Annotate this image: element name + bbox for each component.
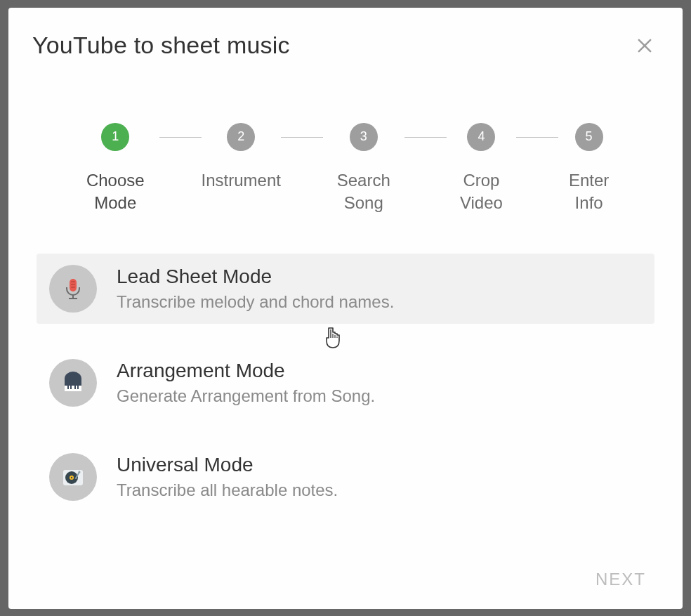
svg-rect-12 (77, 386, 79, 389)
step-circle: 2 (227, 123, 255, 151)
option-description: Transcribe all hearable notes. (117, 480, 338, 500)
option-lead-sheet[interactable]: Lead Sheet Mode Transcribe melody and ch… (37, 254, 654, 324)
svg-rect-9 (67, 386, 69, 389)
option-title: Arrangement Mode (117, 360, 375, 382)
piano-icon (49, 359, 97, 407)
step-label: Enter Info (558, 169, 619, 215)
svg-rect-5 (71, 287, 75, 288)
svg-rect-10 (70, 386, 72, 389)
svg-rect-8 (65, 386, 81, 391)
step-crop-video[interactable]: 4 Crop Video (447, 123, 517, 215)
modal-footer: NEXT (587, 564, 654, 595)
close-button[interactable] (631, 32, 659, 60)
step-connector (404, 137, 447, 138)
step-label: Search Song (323, 169, 404, 215)
close-icon (635, 36, 654, 55)
step-circle: 5 (575, 123, 603, 151)
svg-point-16 (71, 477, 72, 478)
step-choose-mode[interactable]: 1 Choose Mode (72, 123, 159, 215)
stepper: 1 Choose Mode 2 Instrument 3 Search Song… (8, 123, 683, 215)
option-text: Arrangement Mode Generate Arrangement fr… (117, 360, 375, 406)
svg-rect-3 (71, 281, 75, 282)
option-description: Transcribe melody and chord names. (117, 292, 394, 312)
svg-rect-11 (74, 386, 76, 389)
option-title: Lead Sheet Mode (117, 266, 394, 288)
step-connector (159, 137, 202, 138)
step-connector (516, 137, 558, 138)
step-connector (281, 137, 323, 138)
option-text: Lead Sheet Mode Transcribe melody and ch… (117, 266, 394, 312)
step-label: Crop Video (447, 169, 517, 215)
modal-dialog: YouTube to sheet music 1 Choose Mode 2 I… (8, 8, 683, 609)
svg-rect-4 (71, 284, 75, 285)
turntable-icon (49, 453, 97, 501)
modal-header: YouTube to sheet music (8, 32, 683, 60)
step-search-song[interactable]: 3 Search Song (323, 123, 404, 215)
step-circle: 3 (350, 123, 378, 151)
mode-options: Lead Sheet Mode Transcribe melody and ch… (8, 254, 683, 512)
option-title: Universal Mode (117, 454, 338, 476)
option-text: Universal Mode Transcribe all hearable n… (117, 454, 338, 500)
option-arrangement[interactable]: Arrangement Mode Generate Arrangement fr… (37, 348, 654, 418)
step-enter-info[interactable]: 5 Enter Info (558, 123, 619, 215)
option-universal[interactable]: Universal Mode Transcribe all hearable n… (37, 442, 654, 512)
microphone-icon (49, 265, 97, 313)
step-instrument[interactable]: 2 Instrument (202, 123, 281, 192)
svg-point-18 (79, 471, 81, 473)
step-circle: 1 (101, 123, 129, 151)
step-circle: 4 (467, 123, 495, 151)
step-label: Choose Mode (72, 169, 159, 215)
step-label: Instrument (202, 169, 281, 192)
option-description: Generate Arrangement from Song. (117, 386, 375, 406)
modal-title: YouTube to sheet music (32, 32, 290, 59)
next-button[interactable]: NEXT (587, 564, 654, 595)
